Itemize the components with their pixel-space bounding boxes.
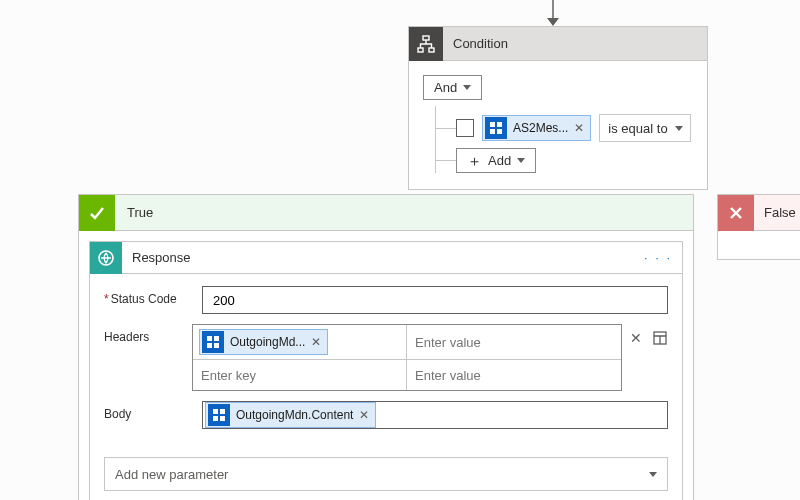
add-condition-button[interactable]: ＋ Add xyxy=(456,148,536,173)
response-header[interactable]: Response · · · xyxy=(90,242,682,274)
svg-rect-8 xyxy=(207,336,212,341)
body-token[interactable]: OutgoingMdn.Content ✕ xyxy=(205,402,376,428)
headers-grid: OutgoingMd... ✕ xyxy=(192,324,622,391)
svg-rect-15 xyxy=(213,416,218,421)
header-value-input[interactable] xyxy=(413,334,615,351)
switch-mode-icon[interactable] xyxy=(652,330,668,346)
header-value-cell[interactable] xyxy=(407,325,621,360)
false-title: False xyxy=(754,205,796,220)
condition-header[interactable]: Condition xyxy=(409,27,707,61)
logic-operator-label: And xyxy=(434,80,457,95)
svg-rect-6 xyxy=(497,129,502,134)
arrow-down-icon xyxy=(552,0,554,20)
chevron-down-icon xyxy=(649,472,657,477)
status-code-row: Status Code xyxy=(104,286,668,314)
status-code-input[interactable] xyxy=(202,286,668,314)
header-key-cell[interactable]: OutgoingMd... ✕ xyxy=(193,325,407,360)
condition-icon xyxy=(409,27,443,61)
true-branch-card: True Response · · · Status Code Headers xyxy=(78,194,694,500)
svg-rect-13 xyxy=(213,409,218,414)
true-check-icon xyxy=(79,195,115,231)
header-value-cell-2[interactable] xyxy=(407,360,621,390)
chevron-down-icon xyxy=(463,85,471,90)
add-parameter-dropdown[interactable]: Add new parameter xyxy=(104,457,668,491)
token-remove-icon[interactable]: ✕ xyxy=(359,408,369,422)
header-value-input-2[interactable] xyxy=(413,367,615,384)
token-remove-icon[interactable]: ✕ xyxy=(574,121,584,135)
condition-row: AS2Mes... ✕ is equal to xyxy=(436,106,693,142)
operand-token[interactable]: AS2Mes... ✕ xyxy=(482,115,591,141)
comparator-label: is equal to xyxy=(608,121,667,136)
status-code-value[interactable] xyxy=(211,292,659,309)
add-parameter-label: Add new parameter xyxy=(115,467,228,482)
token-label: AS2Mes... xyxy=(513,121,568,135)
condition-checkbox[interactable] xyxy=(456,119,474,137)
header-key-cell-2[interactable] xyxy=(193,360,407,390)
svg-rect-9 xyxy=(214,336,219,341)
token-remove-icon[interactable]: ✕ xyxy=(311,335,321,349)
body-label: Body xyxy=(104,401,202,421)
response-body: Status Code Headers xyxy=(90,274,682,449)
svg-rect-10 xyxy=(207,343,212,348)
header-key-input[interactable] xyxy=(199,367,400,384)
condition-card: Condition And AS2Mes... ✕ is equal to xyxy=(408,26,708,190)
headers-row: Headers OutgoingMd... ✕ xyxy=(104,324,668,391)
tree-connector xyxy=(436,160,456,161)
add-label: Add xyxy=(488,153,511,168)
svg-rect-5 xyxy=(490,129,495,134)
svg-rect-14 xyxy=(220,409,225,414)
headers-label: Headers xyxy=(104,324,192,344)
token-label: OutgoingMdn.Content xyxy=(236,408,353,422)
token-label: OutgoingMd... xyxy=(230,335,305,349)
token-icon xyxy=(485,117,507,139)
svg-rect-16 xyxy=(220,416,225,421)
clear-header-icon[interactable]: ✕ xyxy=(630,330,642,346)
logic-operator-dropdown[interactable]: And xyxy=(423,75,482,100)
true-header[interactable]: True xyxy=(79,195,693,231)
response-menu-icon[interactable]: · · · xyxy=(644,250,682,265)
condition-body: And AS2Mes... ✕ is equal to xyxy=(409,61,707,189)
status-code-label: Status Code xyxy=(104,286,202,306)
token-icon xyxy=(202,331,224,353)
false-x-icon xyxy=(718,195,754,231)
body-row: Body OutgoingMdn.Content ✕ xyxy=(104,401,668,429)
svg-rect-11 xyxy=(214,343,219,348)
response-card: Response · · · Status Code Headers xyxy=(89,241,683,500)
body-input[interactable]: OutgoingMdn.Content ✕ xyxy=(202,401,668,429)
response-title: Response xyxy=(122,250,644,265)
response-icon xyxy=(90,242,122,274)
svg-rect-3 xyxy=(490,122,495,127)
false-body xyxy=(718,231,800,259)
add-condition-row: ＋ Add xyxy=(436,142,693,173)
condition-tree: AS2Mes... ✕ is equal to ＋ Add xyxy=(435,106,693,173)
svg-rect-0 xyxy=(423,36,429,40)
header-controls: ✕ xyxy=(622,324,668,391)
false-header[interactable]: False xyxy=(718,195,800,231)
header-key-token[interactable]: OutgoingMd... ✕ xyxy=(199,329,328,355)
svg-rect-1 xyxy=(418,48,423,52)
plus-icon: ＋ xyxy=(467,153,482,168)
false-branch-card: False xyxy=(717,194,800,260)
svg-rect-4 xyxy=(497,122,502,127)
condition-title: Condition xyxy=(443,36,508,51)
comparator-dropdown[interactable]: is equal to xyxy=(599,114,691,142)
token-icon xyxy=(208,404,230,426)
svg-rect-2 xyxy=(429,48,434,52)
tree-connector xyxy=(436,128,456,129)
chevron-down-icon xyxy=(517,158,525,163)
true-title: True xyxy=(115,205,153,220)
